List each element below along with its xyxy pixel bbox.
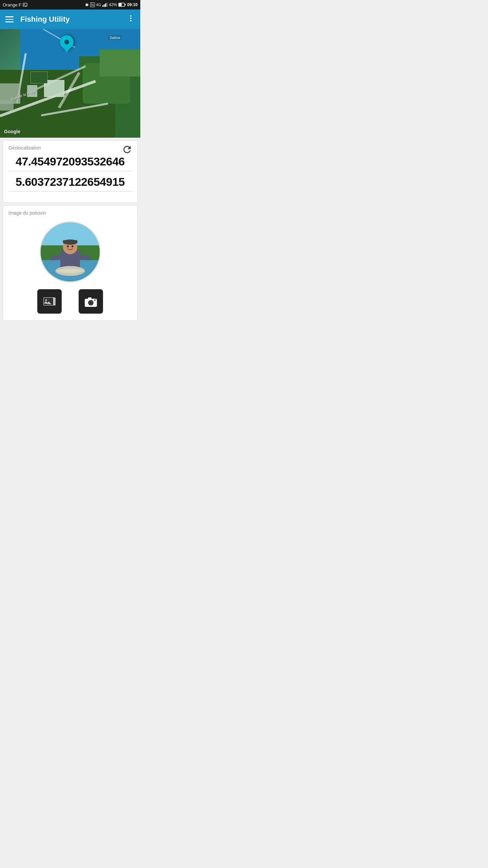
svg-rect-4 <box>119 3 122 6</box>
fish-photo[interactable] <box>40 221 101 282</box>
refresh-icon <box>122 144 133 155</box>
fish-photo-content <box>41 221 100 282</box>
svg-point-19 <box>72 245 74 248</box>
fish-actions <box>8 289 132 314</box>
refresh-button[interactable] <box>122 144 133 157</box>
app-bar: Fishing Utility <box>0 9 140 29</box>
nfc-icon: N <box>90 2 95 7</box>
more-vertical-icon <box>127 14 135 22</box>
svg-point-18 <box>67 245 69 248</box>
geolocation-card: Géolocalisation 47.454972093532646 5.603… <box>3 140 138 203</box>
gallery-icon <box>42 294 57 309</box>
fish-image-container <box>8 221 132 282</box>
hamburger-line-3 <box>5 21 14 22</box>
hamburger-line-1 <box>5 16 14 17</box>
fish-image-card: Image du poisson <box>3 205 138 321</box>
longitude-value: 5.6037237122654915 <box>8 175 132 192</box>
map-view[interactable]: Saône Rue de la Plage Google <box>0 29 140 138</box>
hamburger-line-2 <box>5 19 14 20</box>
geo-card-title: Géolocalisation <box>8 145 41 151</box>
network-type: 4G <box>96 3 101 7</box>
map-label-google: Google <box>4 129 20 134</box>
carrier-name: Orange F <box>3 2 21 7</box>
map-label-saone: Saône <box>108 35 122 40</box>
status-bar: Orange F ✱ N 4G 42% 09:10 <box>0 0 140 9</box>
camera-button[interactable] <box>79 289 103 314</box>
time: 09:10 <box>127 2 138 7</box>
svg-rect-14 <box>63 240 78 243</box>
svg-point-28 <box>90 302 92 304</box>
svg-rect-3 <box>125 4 126 6</box>
svg-point-5 <box>130 15 131 17</box>
svg-point-7 <box>130 20 131 21</box>
svg-point-30 <box>94 299 96 301</box>
svg-point-1 <box>24 4 24 5</box>
latitude-value: 47.454972093532646 <box>8 155 132 171</box>
carrier-info: Orange F <box>3 2 27 7</box>
svg-rect-0 <box>23 3 27 6</box>
menu-button[interactable] <box>5 16 14 22</box>
signal-strength-icon <box>102 3 107 7</box>
svg-rect-29 <box>88 297 92 299</box>
more-options-button[interactable] <box>127 14 135 24</box>
bluetooth-icon: ✱ <box>85 2 89 7</box>
camera-icon <box>83 294 98 309</box>
fish-card-title: Image du poisson <box>8 210 46 216</box>
app-title: Fishing Utility <box>20 15 127 24</box>
svg-point-24 <box>45 299 47 301</box>
photo-indicator-icon <box>23 2 27 7</box>
battery-icon <box>118 3 126 7</box>
battery-level: 42% <box>109 2 117 7</box>
status-icons: ✱ N 4G 42% 09:10 <box>85 2 138 7</box>
map-pin[interactable] <box>60 35 74 53</box>
svg-point-6 <box>130 18 131 19</box>
pin-inner-dot <box>64 40 69 44</box>
gallery-button[interactable] <box>37 289 62 314</box>
